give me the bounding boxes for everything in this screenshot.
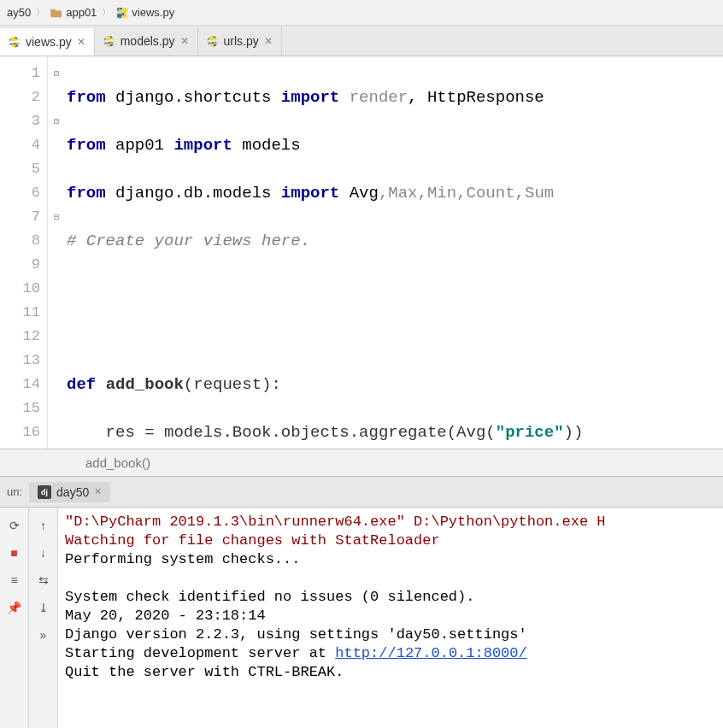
tab-label: models.py (120, 34, 175, 48)
tab-label: views.py (26, 35, 72, 49)
run-panel-header: un: dj day50 ✕ (0, 477, 723, 508)
pin-icon[interactable]: 📌 (5, 598, 24, 617)
django-icon: dj (38, 485, 51, 499)
context-bar: add_book() (0, 449, 723, 477)
run-tab-day50[interactable]: dj day50 ✕ (29, 482, 110, 502)
context-function[interactable]: add_book() (85, 455, 150, 470)
run-panel-body: ⟳ ■ ≡ 📌 ↑ ↓ ⇆ ⤓ » "D:\PyCharm 2019.1.3\b… (0, 508, 723, 728)
stop-icon[interactable]: ■ (5, 543, 24, 562)
python-file-icon (9, 36, 21, 48)
soft-wrap-icon[interactable]: ⇆ (34, 571, 53, 590)
close-icon[interactable]: ✕ (94, 486, 102, 497)
chevron-right-icon: 〉 (36, 6, 45, 19)
fold-column: ⊟ ⊟ ⊟ (48, 56, 65, 449)
run-panel-label: un: (7, 485, 22, 498)
chevron-right-icon: 〉 (102, 6, 111, 19)
scroll-to-end-icon[interactable]: ⤓ (34, 598, 53, 617)
breadcrumb-label: app01 (66, 6, 97, 19)
fold-icon[interactable]: ⊟ (48, 109, 65, 133)
run-toolbar-secondary: ↑ ↓ ⇆ ⤓ » (29, 508, 58, 728)
fold-icon[interactable]: ⊟ (48, 62, 65, 85)
tab-models-py[interactable]: models.py ✕ (95, 26, 198, 56)
run-toolbar-primary: ⟳ ■ ≡ 📌 (0, 508, 29, 728)
svg-point-1 (125, 15, 126, 16)
layout-icon[interactable]: ≡ (5, 571, 24, 590)
python-file-icon (116, 7, 128, 19)
server-url-link[interactable]: http://127.0.0.1:8000/ (335, 645, 526, 661)
rerun-icon[interactable]: ⟳ (5, 516, 24, 535)
folder-icon (50, 8, 62, 18)
code-content[interactable]: from django.shortcuts import render, Htt… (65, 56, 723, 449)
breadcrumb-label: ay50 (7, 6, 31, 19)
close-icon[interactable]: ✕ (77, 36, 85, 48)
line-gutter: 1 2 3 4 5 6 7 8 9 10 11 12 13 14 15 16 1… (0, 56, 48, 449)
breadcrumb-item-project[interactable]: ay50 (5, 6, 32, 19)
breadcrumb: ay50 〉 app01 〉 views.py (0, 0, 723, 26)
breadcrumb-label: views.py (132, 6, 174, 19)
python-file-icon (103, 35, 115, 47)
svg-point-0 (119, 8, 120, 9)
more-icon[interactable]: » (34, 625, 53, 644)
fold-icon[interactable]: ⊟ (48, 205, 65, 229)
run-tab-label: day50 (56, 485, 89, 499)
python-file-icon (207, 35, 219, 47)
close-icon[interactable]: ✕ (180, 35, 189, 47)
editor-tabs: views.py ✕ models.py ✕ urls.py ✕ (0, 26, 723, 56)
scroll-down-icon[interactable]: ↓ (34, 543, 53, 562)
console-output[interactable]: "D:\PyCharm 2019.1.3\bin\runnerw64.exe" … (58, 508, 723, 728)
breadcrumb-item-file[interactable]: views.py (115, 6, 176, 19)
tab-views-py[interactable]: views.py ✕ (0, 26, 95, 56)
tab-label: urls.py (224, 34, 259, 48)
scroll-up-icon[interactable]: ↑ (34, 516, 53, 535)
breadcrumb-item-folder[interactable]: app01 (49, 6, 98, 19)
tab-urls-py[interactable]: urls.py ✕ (198, 26, 282, 56)
close-icon[interactable]: ✕ (264, 35, 273, 47)
code-editor[interactable]: 1 2 3 4 5 6 7 8 9 10 11 12 13 14 15 16 1… (0, 56, 723, 449)
